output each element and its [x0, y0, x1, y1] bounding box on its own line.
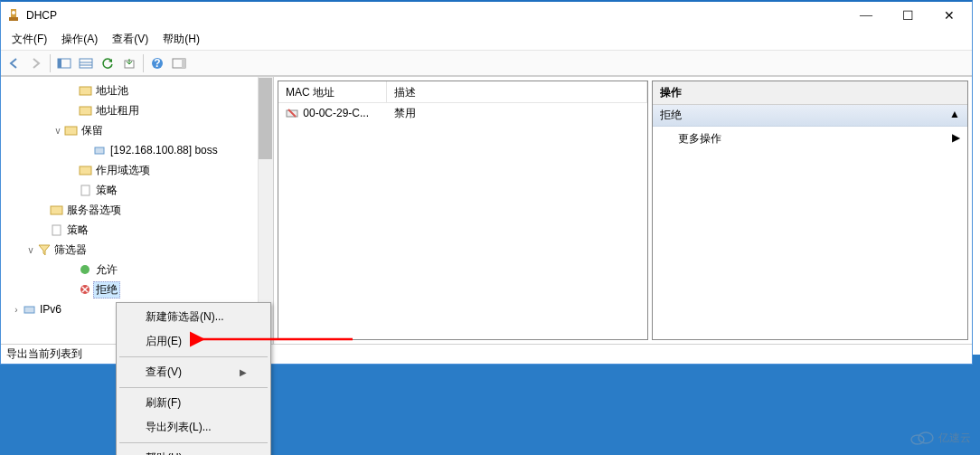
collapse-icon[interactable]: v [52, 126, 64, 136]
cell-desc: 禁用 [387, 104, 647, 123]
tree-node-address-pool[interactable]: 地址池 [1, 81, 273, 100]
tree-node-reservations[interactable]: v保留 [1, 120, 273, 140]
list-pane[interactable]: MAC 地址 描述 00-0C-29-C... 禁用 [278, 81, 648, 340]
help-button[interactable]: ? [147, 53, 167, 73]
svg-point-21 [80, 265, 90, 274]
menu-enable[interactable]: 启用(E) [118, 329, 269, 354]
menu-view[interactable]: 查看(V) [105, 29, 155, 50]
scrollbar-thumb[interactable] [259, 78, 272, 159]
column-header-desc[interactable]: 描述 [387, 81, 647, 102]
column-header-mac[interactable]: MAC 地址 [278, 81, 387, 102]
collapse-icon[interactable]: v [24, 245, 37, 255]
collapse-icon: ▲ [949, 108, 960, 123]
toolbar-separator [143, 54, 144, 72]
menu-view[interactable]: 查看(V)▶ [118, 360, 269, 384]
menu-separator [119, 442, 268, 443]
menu-export[interactable]: 导出列表(L)... [118, 415, 269, 440]
svg-text:?: ? [154, 57, 160, 70]
export-button[interactable] [119, 53, 139, 73]
context-menu: 新建筛选器(N)... 启用(E) 查看(V)▶ 刷新(F) 导出列表(L)..… [116, 302, 271, 455]
svg-rect-17 [80, 166, 91, 175]
svg-rect-1 [9, 17, 18, 21]
list-header: MAC 地址 描述 [278, 81, 647, 103]
svg-rect-19 [51, 206, 62, 214]
svg-rect-5 [80, 59, 92, 68]
list-row[interactable]: 00-0C-29-C... 禁用 [278, 103, 647, 123]
properties-button[interactable] [169, 53, 189, 73]
tree-node-policies[interactable]: 策略 [1, 180, 273, 200]
tree-node-reservation-item[interactable]: [192.168.100.88] boss [1, 140, 273, 160]
menu-help[interactable]: 帮助(H) [118, 446, 269, 455]
details-button[interactable] [76, 53, 96, 73]
svg-point-30 [919, 432, 933, 443]
menu-file[interactable]: 文件(F) [5, 29, 54, 50]
status-text: 导出当前列表到 [6, 346, 82, 362]
tree-node-lease[interactable]: 地址租用 [1, 100, 273, 120]
svg-rect-15 [65, 127, 77, 135]
tree-node-scope-options[interactable]: 作用域选项 [1, 160, 273, 180]
forward-button[interactable] [26, 53, 46, 73]
tree-node-allow[interactable]: 允许 [1, 260, 273, 280]
titlebar: DHCP — ☐ ✕ [1, 2, 972, 29]
svg-rect-16 [95, 147, 104, 154]
tree-node-filters[interactable]: v筛选器 [1, 240, 273, 260]
menu-new-filter[interactable]: 新建筛选器(N)... [118, 305, 269, 329]
menubar: 文件(F) 操作(A) 查看(V) 帮助(H) [1, 29, 972, 51]
tree-node-server-options[interactable]: 服务器选项 [1, 200, 273, 220]
maximize-button[interactable]: ☐ [887, 3, 928, 28]
minimize-button[interactable]: — [845, 3, 887, 28]
menu-help[interactable]: 帮助(H) [155, 29, 207, 50]
show-hide-button[interactable] [54, 53, 74, 73]
menu-refresh[interactable]: 刷新(F) [118, 391, 269, 415]
svg-point-2 [12, 11, 15, 14]
expand-icon[interactable]: › [10, 305, 23, 315]
watermark: 亿速云 [909, 430, 971, 446]
tree: 地址池 地址租用 v保留 [192.168.100.88] boss 作用域选项… [1, 77, 273, 323]
svg-rect-12 [182, 59, 185, 68]
svg-rect-25 [24, 307, 34, 313]
submenu-arrow-icon: ▶ [952, 131, 960, 147]
back-button[interactable] [5, 53, 24, 73]
actions-pane: 操作 拒绝▲ 更多操作▶ [652, 81, 968, 340]
tree-node-deny[interactable]: 拒绝 [1, 280, 273, 299]
app-icon [6, 8, 21, 23]
svg-rect-20 [52, 225, 61, 235]
menu-separator [119, 387, 268, 388]
tree-node-policies-2[interactable]: 策略 [1, 220, 273, 240]
window-title: DHCP [26, 9, 845, 22]
action-more[interactable]: 更多操作▶ [653, 127, 967, 151]
close-button[interactable]: ✕ [928, 3, 970, 28]
cell-mac: 00-0C-29-C... [278, 105, 387, 122]
menu-separator [119, 356, 268, 357]
toolbar: ? [1, 51, 972, 76]
svg-rect-13 [80, 87, 91, 95]
svg-rect-18 [81, 185, 90, 195]
menu-action[interactable]: 操作(A) [54, 29, 105, 50]
actions-header: 操作 [653, 81, 967, 105]
actions-section[interactable]: 拒绝▲ [653, 105, 967, 127]
toolbar-separator [50, 54, 51, 72]
svg-rect-14 [80, 107, 91, 115]
svg-rect-4 [58, 59, 61, 68]
refresh-button[interactable] [98, 53, 118, 73]
submenu-arrow-icon: ▶ [240, 367, 247, 377]
